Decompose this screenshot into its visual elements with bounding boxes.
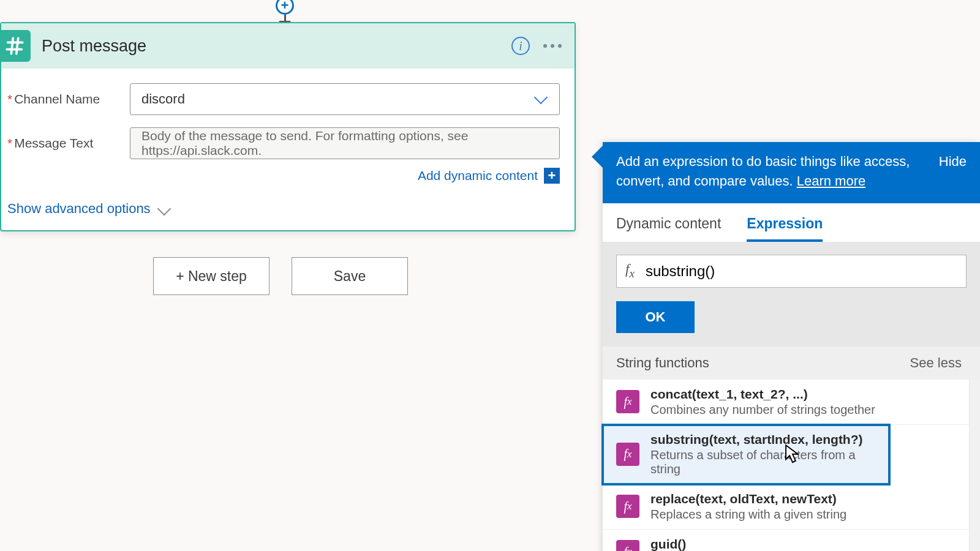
save-button[interactable]: Save bbox=[292, 257, 408, 295]
panel-tabs: Dynamic content Expression bbox=[603, 203, 980, 242]
show-advanced-options-toggle[interactable]: Show advanced options bbox=[1, 201, 575, 230]
expression-editor-area: fx OK bbox=[603, 242, 980, 347]
action-card-post-message: Post message i *Channel Name discord *Me… bbox=[0, 22, 576, 231]
required-asterisk: * bbox=[7, 136, 12, 150]
channel-name-select[interactable]: discord bbox=[130, 83, 560, 115]
function-text: substring(text, startIndex, length?) Ret… bbox=[650, 432, 876, 476]
function-section-header[interactable]: String functions See less bbox=[603, 347, 980, 380]
panel-pointer-icon bbox=[592, 143, 605, 170]
card-title: Post message bbox=[31, 37, 501, 56]
new-step-button[interactable]: + New step bbox=[153, 257, 270, 295]
function-signature: substring(text, startIndex, length?) bbox=[650, 432, 876, 447]
function-signature: concat(text_1, text_2?, ...) bbox=[650, 387, 875, 402]
flow-footer-actions: + New step Save bbox=[153, 257, 408, 295]
see-less-toggle[interactable]: See less bbox=[910, 355, 962, 371]
expression-input-wrapper: fx bbox=[616, 255, 967, 288]
section-title: String functions bbox=[616, 355, 709, 371]
banner-message: Add an expression to do basic things lik… bbox=[616, 152, 927, 191]
function-item-replace[interactable]: fx replace(text, oldText, newText) Repla… bbox=[603, 484, 980, 530]
function-signature: guid() bbox=[650, 537, 878, 551]
more-options-button[interactable] bbox=[540, 34, 565, 58]
fx-icon: fx bbox=[625, 261, 635, 280]
function-list: fx concat(text_1, text_2?, ...) Combines… bbox=[603, 380, 980, 551]
field-label-message: *Message Text bbox=[7, 136, 130, 151]
chevron-down-icon bbox=[534, 91, 548, 105]
function-text: replace(text, oldText, newText) Replaces… bbox=[650, 492, 846, 522]
toggle-text: Show advanced options bbox=[7, 201, 151, 217]
fx-icon: fx bbox=[616, 540, 639, 551]
hide-banner-button[interactable]: Hide bbox=[939, 152, 967, 191]
dynamic-content-panel: Add an expression to do basic things lik… bbox=[603, 142, 980, 551]
function-item-guid[interactable]: fx guid() Generates a globally unique st… bbox=[603, 530, 980, 551]
slack-hash-icon bbox=[0, 30, 31, 62]
message-text-input[interactable]: Body of the message to send. For formatt… bbox=[130, 127, 560, 159]
fx-icon: fx bbox=[616, 390, 639, 413]
learn-more-link[interactable]: Learn more bbox=[797, 173, 866, 189]
function-text: concat(text_1, text_2?, ...) Combines an… bbox=[650, 387, 875, 417]
function-item-substring[interactable]: fx substring(text, startIndex, length?) … bbox=[603, 425, 889, 484]
scrollbar[interactable] bbox=[969, 380, 980, 551]
plus-badge-icon: + bbox=[544, 168, 560, 184]
function-description: Combines any number of strings together bbox=[650, 403, 875, 417]
label-text: Channel Name bbox=[14, 92, 100, 106]
tab-dynamic-content[interactable]: Dynamic content bbox=[616, 216, 721, 242]
function-signature: replace(text, oldText, newText) bbox=[650, 492, 846, 506]
function-text: guid() Generates a globally unique strin… bbox=[650, 537, 878, 551]
ok-button[interactable]: OK bbox=[616, 301, 695, 333]
select-value: discord bbox=[141, 91, 185, 107]
function-description: Returns a subset of characters from a st… bbox=[650, 448, 876, 476]
function-item-concat[interactable]: fx concat(text_1, text_2?, ...) Combines… bbox=[603, 380, 980, 425]
placeholder-text: Body of the message to send. For formatt… bbox=[141, 129, 548, 158]
plus-icon: + bbox=[276, 0, 294, 15]
arrow-stem bbox=[284, 15, 286, 21]
chevron-down-icon bbox=[157, 202, 171, 216]
fx-icon: fx bbox=[616, 495, 639, 518]
required-asterisk: * bbox=[7, 92, 12, 106]
banner-text: Add an expression to do basic things lik… bbox=[616, 154, 910, 189]
field-row-message: *Message Text Body of the message to sen… bbox=[7, 127, 560, 159]
panel-banner: Add an expression to do basic things lik… bbox=[603, 142, 980, 203]
label-text: Message Text bbox=[14, 136, 93, 150]
tab-expression[interactable]: Expression bbox=[747, 216, 823, 242]
link-text: Add dynamic content bbox=[418, 168, 538, 183]
add-dynamic-content-link[interactable]: Add dynamic content + bbox=[7, 168, 560, 184]
info-button[interactable]: i bbox=[508, 34, 533, 58]
ellipsis-icon bbox=[543, 44, 562, 48]
field-row-channel: *Channel Name discord bbox=[7, 83, 560, 115]
fx-icon: fx bbox=[616, 443, 639, 466]
card-body: *Channel Name discord *Message Text Body… bbox=[1, 69, 575, 201]
expression-input[interactable] bbox=[646, 263, 957, 280]
field-label-channel: *Channel Name bbox=[7, 92, 130, 107]
card-header[interactable]: Post message i bbox=[1, 23, 575, 69]
info-icon: i bbox=[511, 37, 530, 55]
function-description: Replaces a string with a given string bbox=[650, 508, 846, 522]
